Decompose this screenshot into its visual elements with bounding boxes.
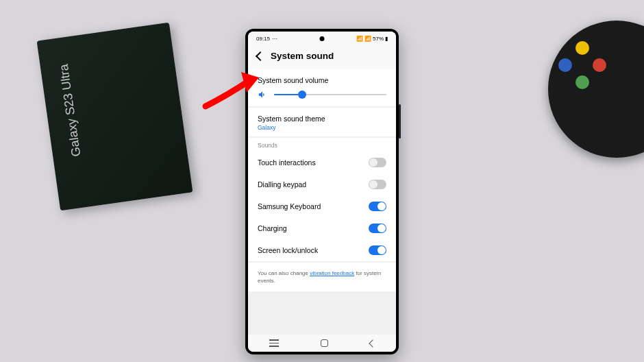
battery-percent: 57% — [373, 36, 384, 42]
toggle-row-touch[interactable]: Touch interactions — [248, 152, 396, 173]
signal-icon: 📶 — [364, 36, 371, 42]
nav-recents[interactable] — [269, 339, 279, 347]
footer-note: You can also change vibration feedback f… — [248, 263, 396, 291]
controller-x-button — [558, 58, 572, 72]
camera-cutout — [320, 36, 325, 41]
phone-side-button — [399, 104, 401, 138]
game-controller — [548, 21, 644, 158]
nav-home[interactable] — [321, 339, 328, 347]
charging-toggle[interactable] — [369, 224, 386, 233]
toggle-label: Dialling keypad — [258, 180, 306, 189]
annotation-arrow — [199, 65, 274, 116]
controller-a-button — [575, 75, 589, 89]
vibration-feedback-link[interactable]: vibration feedback — [310, 270, 354, 276]
volume-slider[interactable] — [274, 94, 386, 95]
back-button[interactable] — [256, 51, 265, 60]
toggle-row-dialling[interactable]: Dialling keypad — [248, 173, 396, 195]
wifi-icon: 📶 — [356, 36, 363, 42]
toggle-row-screenlock[interactable]: Screen lock/unlock — [248, 239, 396, 261]
status-time: 09:15 — [256, 36, 270, 42]
volume-label: System sound volume — [258, 76, 386, 84]
toggle-label: Charging — [258, 224, 287, 232]
toggle-label: Screen lock/unlock — [258, 246, 318, 254]
controller-b-button — [593, 58, 606, 72]
toggle-row-charging[interactable]: Charging — [248, 217, 396, 239]
product-box: Galaxy S23 Ultra — [37, 23, 193, 211]
screen-lock-toggle[interactable] — [369, 245, 386, 255]
controller-y-button — [575, 41, 589, 55]
nav-back[interactable] — [369, 339, 376, 347]
navigation-bar — [248, 334, 396, 352]
theme-value: Galaxy — [258, 124, 386, 131]
status-indicators-left: ⋯ — [272, 36, 277, 42]
page-title: System sound — [271, 51, 334, 61]
toggle-label: Touch interactions — [258, 158, 316, 167]
sounds-group-header: Sounds — [248, 138, 396, 152]
toggle-row-keyboard[interactable]: Samsung Keyboard — [248, 195, 396, 217]
dialling-keypad-toggle[interactable] — [369, 180, 386, 189]
slider-thumb[interactable] — [298, 90, 306, 99]
samsung-keyboard-toggle[interactable] — [369, 202, 386, 211]
box-label: Galaxy S23 Ultra — [57, 63, 84, 158]
touch-interactions-toggle[interactable] — [369, 158, 386, 167]
theme-label: System sound theme — [258, 114, 386, 123]
toggle-label: Samsung Keyboard — [258, 202, 321, 210]
footer-prefix: You can also change — [258, 270, 310, 276]
battery-icon: ▮ — [385, 36, 388, 42]
